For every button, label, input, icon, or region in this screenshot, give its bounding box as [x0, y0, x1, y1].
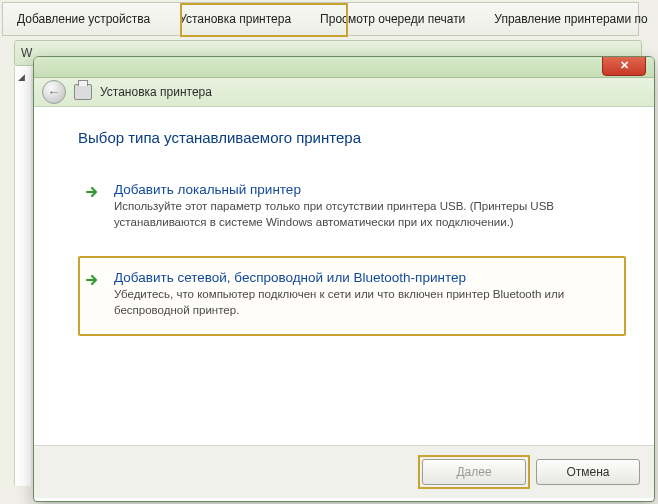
option-title: Добавить сетевой, беспроводной или Bluet… — [114, 270, 614, 285]
window-titlebar: ✕ — [34, 57, 654, 78]
background-tree: ◢ — [14, 66, 31, 486]
arrow-right-icon — [84, 270, 102, 318]
toolbar-item-add-printer[interactable]: Установка принтера — [165, 3, 306, 35]
cancel-button[interactable]: Отмена — [536, 459, 640, 485]
add-printer-wizard: ✕ ← Установка принтера Выбор типа устана… — [33, 56, 655, 502]
page-title: Выбор типа устанавливаемого принтера — [78, 129, 626, 146]
option-description: Убедитесь, что компьютер подключен к сет… — [114, 287, 614, 318]
close-button[interactable]: ✕ — [602, 56, 646, 76]
back-button[interactable]: ← — [42, 80, 66, 104]
arrow-right-icon — [84, 182, 102, 230]
wizard-header: ← Установка принтера — [34, 78, 654, 107]
wizard-header-title: Установка принтера — [100, 85, 212, 99]
toolbar-item-manage[interactable]: Управление принтерами по — [480, 3, 658, 35]
printer-icon — [74, 84, 92, 100]
option-title: Добавить локальный принтер — [114, 182, 614, 197]
devices-toolbar: Добавление устройства Установка принтера… — [2, 2, 639, 36]
option-local-printer[interactable]: Добавить локальный принтер Используйте э… — [78, 174, 626, 242]
back-arrow-icon: ← — [48, 85, 60, 99]
toolbar-item-print-queue[interactable]: Просмотр очереди печати — [306, 3, 480, 35]
wizard-body: Выбор типа устанавливаемого принтера Доб… — [34, 107, 654, 445]
next-button[interactable]: Далее — [422, 459, 526, 485]
toolbar-item-add-device[interactable]: Добавление устройства — [3, 3, 165, 35]
tree-expander-icon[interactable]: ◢ — [15, 66, 31, 88]
option-description: Используйте этот параметр только при отс… — [114, 199, 614, 230]
wizard-footer: Далее Отмена — [34, 445, 654, 498]
option-network-printer[interactable]: Добавить сетевой, беспроводной или Bluet… — [78, 256, 626, 336]
